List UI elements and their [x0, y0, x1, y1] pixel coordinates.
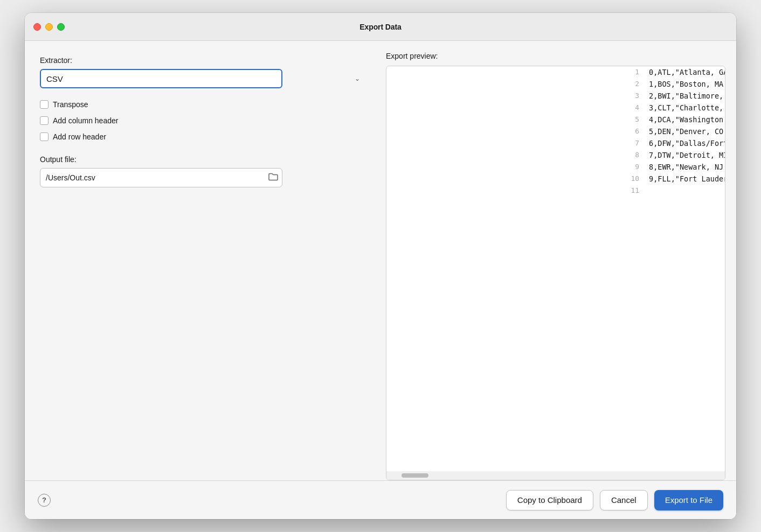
line-content: 8,EWR,"Newark, NJ: Newark Liberty Intern…	[647, 161, 725, 173]
table-row: 11	[386, 185, 725, 196]
line-number: 2	[386, 78, 647, 90]
chevron-down-icon: ⌄	[355, 75, 360, 82]
line-content: 0,ATL,"Atlanta, GA: Hartsfield-Jackson A…	[647, 66, 725, 78]
checkbox-group: Transpose Add column header Add row head…	[40, 100, 365, 141]
line-number: 6	[386, 125, 647, 137]
extractor-select[interactable]: CSV TSV JSON Excel	[40, 69, 282, 88]
maximize-button[interactable]	[57, 23, 65, 31]
line-content	[647, 185, 725, 196]
copy-clipboard-button[interactable]: Copy to Clipboard	[506, 490, 593, 510]
add-row-header-checkbox[interactable]	[40, 132, 49, 141]
content-area: Extractor: CSV TSV JSON Excel ⌄ Transpos…	[25, 41, 736, 480]
table-row: 98,EWR,"Newark, NJ: Newark Liberty Inter…	[386, 161, 725, 173]
line-number: 1	[386, 66, 647, 78]
line-content: 5,DEN,"Denver, CO: Denver International"…	[647, 125, 725, 137]
add-row-header-label: Add row header	[53, 132, 106, 141]
line-content: 4,DCA,"Washington, DC: Ronald Reagan Was…	[647, 114, 725, 125]
transpose-checkbox[interactable]	[40, 100, 49, 109]
transpose-checkbox-row[interactable]: Transpose	[40, 100, 365, 109]
line-content: 7,DTW,"Detroit, MI: Detroit Metro Wayne …	[647, 149, 725, 161]
table-row: 10,ATL,"Atlanta, GA: Hartsfield-Jackson …	[386, 66, 725, 78]
line-content: 9,FLL,"Fort Lauderdale, FL: Fort Lauderd…	[647, 173, 725, 185]
table-row: 54,DCA,"Washington, DC: Ronald Reagan Wa…	[386, 114, 725, 125]
preview-label: Export preview:	[386, 52, 725, 60]
line-number: 10	[386, 173, 647, 185]
output-file-input[interactable]	[40, 168, 282, 187]
add-row-header-checkbox-row[interactable]: Add row header	[40, 132, 365, 141]
extractor-label: Extractor:	[40, 56, 365, 65]
help-button[interactable]: ?	[38, 494, 51, 507]
line-number: 4	[386, 102, 647, 114]
preview-content[interactable]: 10,ATL,"Atlanta, GA: Hartsfield-Jackson …	[386, 66, 725, 471]
line-content: 1,BOS,"Boston, MA: Logan International",…	[647, 78, 725, 90]
line-content: 6,DFW,"Dallas/Fort Worth, TX: Dallas/For…	[647, 137, 725, 149]
table-row: 21,BOS,"Boston, MA: Logan International"…	[386, 78, 725, 90]
table-row: 32,BWI,"Baltimore, MD: Baltimore/Washing…	[386, 90, 725, 102]
right-panel: Export preview: 10,ATL,"Atlanta, GA: Har…	[380, 41, 736, 480]
horizontal-scrollbar[interactable]	[386, 471, 725, 480]
table-row: 87,DTW,"Detroit, MI: Detroit Metro Wayne…	[386, 149, 725, 161]
cancel-label: Cancel	[611, 495, 637, 505]
bottom-buttons: Copy to Clipboard Cancel Export to File	[506, 490, 723, 510]
question-mark-icon: ?	[42, 496, 46, 504]
line-number: 8	[386, 149, 647, 161]
output-file-label: Output file:	[40, 155, 365, 164]
export-to-file-label: Export to File	[665, 495, 712, 505]
minimize-button[interactable]	[45, 23, 53, 31]
extractor-select-wrapper: CSV TSV JSON Excel ⌄	[40, 69, 365, 88]
transpose-label: Transpose	[53, 100, 88, 109]
table-row: 109,FLL,"Fort Lauderdale, FL: Fort Laude…	[386, 173, 725, 185]
export-data-window: Export Data Extractor: CSV TSV JSON Exce…	[25, 13, 736, 519]
line-number: 5	[386, 114, 647, 125]
bottom-bar: ? Copy to Clipboard Cancel Export to Fil…	[25, 480, 736, 519]
table-row: 65,DEN,"Denver, CO: Denver International…	[386, 125, 725, 137]
line-number: 11	[386, 185, 647, 196]
line-number: 3	[386, 90, 647, 102]
window-title: Export Data	[359, 23, 401, 31]
line-content: 3,CLT,"Charlotte, NC: Charlotte Douglas …	[647, 102, 725, 114]
line-number: 9	[386, 161, 647, 173]
table-row: 43,CLT,"Charlotte, NC: Charlotte Douglas…	[386, 102, 725, 114]
folder-browse-button[interactable]	[268, 173, 278, 183]
export-to-file-button[interactable]: Export to File	[654, 490, 723, 510]
copy-clipboard-label: Copy to Clipboard	[517, 495, 582, 505]
left-panel: Extractor: CSV TSV JSON Excel ⌄ Transpos…	[25, 41, 380, 480]
line-content: 2,BWI,"Baltimore, MD: Baltimore/Washingt…	[647, 90, 725, 102]
traffic-lights	[33, 23, 65, 31]
cancel-button[interactable]: Cancel	[600, 490, 648, 510]
close-button[interactable]	[33, 23, 41, 31]
preview-area: 10,ATL,"Atlanta, GA: Hartsfield-Jackson …	[386, 66, 725, 480]
add-column-header-checkbox-row[interactable]: Add column header	[40, 116, 365, 125]
preview-table: 10,ATL,"Atlanta, GA: Hartsfield-Jackson …	[386, 66, 725, 196]
table-row: 76,DFW,"Dallas/Fort Worth, TX: Dallas/Fo…	[386, 137, 725, 149]
line-number: 7	[386, 137, 647, 149]
add-column-header-checkbox[interactable]	[40, 116, 49, 125]
add-column-header-label: Add column header	[53, 116, 118, 125]
scrollbar-thumb[interactable]	[402, 473, 428, 478]
titlebar: Export Data	[25, 13, 736, 41]
output-file-wrapper	[40, 168, 282, 187]
